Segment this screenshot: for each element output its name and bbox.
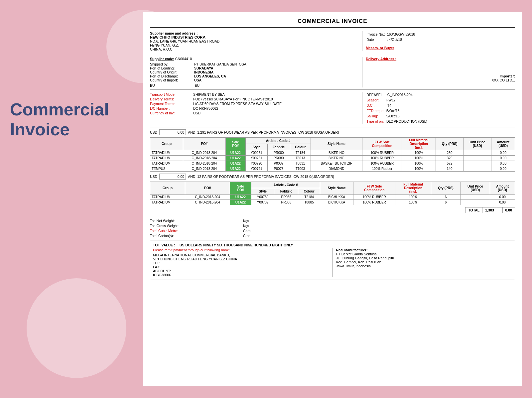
total-row: TOTAL 1,303 0.00	[150, 207, 515, 213]
bank-note-label: Please remit payment through our followi…	[153, 248, 329, 252]
colour-cell: T1003	[290, 166, 311, 172]
transport-left: Transport Mode: SHIPMENT BY SEA Delivery…	[150, 92, 362, 124]
po-cell: C_IND-2018-204	[183, 150, 225, 156]
country-origin-label: Country of Origin:	[150, 70, 193, 74]
dc-value: IT4	[386, 103, 429, 108]
fabbric-cell: PR086	[274, 200, 298, 205]
style-cell: Y00261	[246, 156, 268, 161]
net-weight-label: Tot. Net Weight:	[150, 219, 197, 223]
sale-po-cell: U1A22	[225, 161, 245, 166]
qty-cell: 250	[436, 150, 464, 156]
table-row: TATRADIUM C_IND-2018-204 U1A22 Y00789 PR…	[150, 200, 515, 205]
net-weight-box	[199, 219, 239, 223]
order-ref-2: CW-2018-0(USA ORDER)	[294, 175, 334, 179]
fabbric-cell: PR080	[267, 156, 290, 161]
th-style-1: Style	[246, 144, 268, 150]
cartons-row: Total Carton(s): Ctns	[150, 234, 515, 238]
th-full-material-1: Full MaterialDescription(incl.	[402, 138, 436, 150]
qty-cell: 6	[431, 200, 461, 205]
total-table: TOTAL 1,303 0.00	[465, 207, 515, 213]
unit-price-cell	[464, 150, 491, 156]
style-name-cell: BIKERINO	[311, 150, 362, 156]
ftw-sole-cell: 100% RUBBER	[362, 150, 402, 156]
style-cell: Y00789	[251, 195, 274, 200]
amount-box-1: 0.00	[159, 129, 186, 135]
group-cell: TATRADIUM	[150, 161, 183, 166]
cubic-metre-row: Total Cubic Metre: Cbm	[150, 229, 515, 233]
sale-po-cell: U1A22	[230, 195, 251, 200]
side-title-line1: Commercial	[10, 100, 133, 120]
payment-terms-value: L/C AT 60 DAYS FROM EXPRESS SEA WAY BILL…	[193, 102, 282, 106]
total-qty: 1,303	[482, 207, 497, 213]
ftw-sole-cell: 100% Rubber	[362, 166, 402, 172]
deeasel-label: DEEASEL	[366, 92, 386, 97]
amount-row-2: USD 0.00 AND 12 PAIRS OF FOOTWEAR AS PER…	[150, 174, 515, 180]
amount-cell: 0.00	[491, 150, 515, 156]
country-origin-value: INDONESIA	[194, 70, 213, 74]
qty-cell: 140	[436, 166, 464, 172]
table-row: TATRADIUM C_IND-2018-204 U1A22 Y00790 P0…	[150, 161, 515, 166]
th-amount-2: Amount(USD)	[490, 182, 515, 195]
th-style-name-2: Style Name	[320, 182, 353, 195]
supplier-code-label: Supplier code:	[150, 57, 174, 61]
invoice-meta-block: Invoice No.: 163/BGS/VII/2018 Date : 4/O…	[362, 31, 515, 51]
unit-price-cell	[464, 161, 491, 166]
sailing-label: Sailing:	[366, 114, 386, 118]
style-cell: Y00790	[246, 161, 268, 166]
date-colon: :	[387, 38, 388, 42]
etd-value: 5/Oct/18	[386, 108, 429, 113]
delivery-terms-label: Delivery Terms:	[150, 97, 193, 101]
tot-value-row: TOT. VALUE : US DOLLARS NINETY SIX THOUS…	[153, 243, 512, 247]
po-cell: C_IND-2018-204	[185, 200, 230, 205]
gross-weight-row: Tot. Gross Weight: Kgs	[150, 224, 515, 228]
po-cell: C_IND-2018-204	[185, 195, 230, 200]
and-2: AND	[188, 175, 195, 179]
cubic-metre-unit: Cbm	[243, 229, 250, 233]
group-cell: TATRADIUM	[150, 150, 183, 156]
colour-cell: T8013	[290, 156, 311, 161]
style-name-cell: BASKET BUTCH ZIF	[311, 161, 362, 166]
bank-section: Please remit payment through our followi…	[153, 248, 512, 277]
and-1: AND	[188, 130, 195, 134]
currency-2: USD	[150, 175, 157, 179]
real-manufacturer-name: PT Berkat Ganda Sentosa	[336, 252, 512, 256]
amount-box-2: 0.00	[159, 174, 186, 180]
full-material-cell: 100%	[402, 156, 436, 161]
amount-cell: 0.00	[491, 156, 515, 161]
net-weight-row: Tot. Net Weight: Kgs	[150, 219, 515, 223]
supplier-label: Supplier name and address :	[150, 31, 198, 35]
port-discharge-label: Port of Discharge:	[150, 74, 193, 78]
weights-section: Tot. Net Weight: Kgs Tot. Gross Weight: …	[150, 216, 515, 238]
bank-left: Please remit payment through our followi…	[153, 248, 332, 277]
table-row: TEMPUS C_IND-2018-204 U1A22 Y00791 P0078…	[150, 166, 515, 172]
invoice-meta-table: Invoice No.: 163/BGS/VII/2018 Date : 4/O…	[366, 31, 417, 43]
th-group-2: Group	[150, 182, 185, 195]
currency-1: USD	[150, 130, 157, 134]
style-name-cell: BICHUKKA	[320, 200, 353, 205]
sale-po-cell: U1A22	[225, 150, 245, 156]
pairs-1: 1,291 PAIRS OF FOOTWEAR AS PER PROFORMA …	[197, 130, 296, 134]
invoice-table-1: Group PO# SalePO# Article - Code # Style…	[150, 137, 515, 172]
full-material-cell: 100%	[402, 166, 436, 172]
th-style-2: Style	[251, 188, 274, 195]
unit-price-cell	[464, 166, 491, 172]
amount-cell: 0.00	[490, 200, 515, 205]
pairs-2: 12 PAIRS OF FOOTWEAR AS PER PROFORMA INV…	[197, 175, 291, 179]
date-label: Date	[366, 37, 386, 42]
deeasel-value: IC_IND2018-204	[386, 92, 429, 97]
tot-value: US DOLLARS NINETY SIX THOUSAND NINE HUND…	[180, 243, 293, 247]
ftw-sole-cell: 100% RUBBER	[353, 200, 395, 205]
colour-cell: T8031	[290, 161, 311, 166]
currency-label: Currency of Inv.:	[150, 111, 193, 115]
cartons-box	[199, 234, 239, 238]
amount-cell: 0.00	[491, 166, 515, 172]
group-cell: TATRADIUM	[150, 156, 183, 161]
th-po-1: PO#	[183, 138, 225, 150]
invoice-table-2: Group PO# SalePO# Article - Code # Style…	[150, 182, 515, 205]
gross-weight-label: Tot. Gross Weight:	[150, 224, 197, 228]
qty-cell: 6	[431, 195, 461, 200]
cubic-metre-box	[199, 229, 239, 233]
full-material-cell: 100%	[395, 200, 431, 205]
po-cell: C_IND-2018-204	[183, 156, 225, 161]
style-name-cell: BIKERINO	[311, 156, 362, 161]
